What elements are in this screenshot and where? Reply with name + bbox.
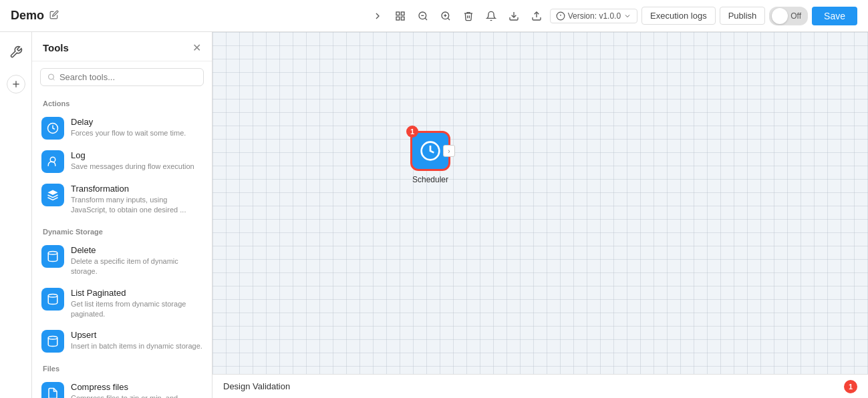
info-icon <box>556 11 565 21</box>
tool-list-paginated[interactable]: List Paginated Get list items from dynam… <box>32 282 212 325</box>
toggle-knob <box>772 8 788 24</box>
tool-list-paginated-info: List Paginated Get list items from dynam… <box>71 288 202 320</box>
grid-btn[interactable] <box>391 8 410 24</box>
svg-rect-0 <box>396 12 400 15</box>
svg-line-6 <box>425 18 427 20</box>
tool-compress-files[interactable]: Compress files Compress files to zip or … <box>32 377 212 398</box>
tool-log-name: Log <box>71 150 202 160</box>
section-actions-label: Actions <box>32 93 212 112</box>
tool-upsert[interactable]: Upsert Insert in batch items in dynamic … <box>32 325 212 358</box>
search-box <box>40 68 204 86</box>
tool-transformation-name: Transformation <box>71 184 202 194</box>
tools-panel-header: Tools ✕ <box>32 32 212 61</box>
tool-delay-desc: Forces your flow to wait some time. <box>71 128 202 138</box>
edit-title-icon[interactable] <box>49 10 59 21</box>
topbar: Demo Version: v1.0.0 <box>0 0 868 32</box>
tool-upsert-info: Upsert Insert in batch items in dynamic … <box>71 330 202 351</box>
section-storage-label: Dynamic Storage <box>32 221 212 240</box>
tool-delay[interactable]: Delay Forces your flow to wait some time… <box>32 112 212 145</box>
version-dropdown[interactable]: Version: v1.0.0 <box>550 9 637 23</box>
toolbar: Version: v1.0.0 Execution logs Publish O… <box>368 7 857 25</box>
bottom-bar: Design Validation 1 <box>212 374 868 398</box>
tool-delete-icon-wrap <box>41 245 64 268</box>
toggle-switch[interactable]: Off <box>769 7 808 25</box>
node-box[interactable]: › <box>410 131 450 171</box>
delete-storage-icon <box>47 250 59 262</box>
svg-rect-1 <box>401 12 404 15</box>
tool-delete-name: Delete <box>71 245 202 255</box>
svg-line-10 <box>448 18 450 20</box>
tool-compress-name: Compress files <box>71 382 202 392</box>
tool-list-paginated-name: List Paginated <box>71 288 202 298</box>
tool-delay-icon-wrap <box>41 117 64 140</box>
flow-corner-btn[interactable] <box>368 8 387 24</box>
upsert-icon <box>47 335 59 347</box>
bell-btn[interactable] <box>482 8 500 24</box>
tool-compress-info: Compress files Compress files to zip or … <box>71 382 202 398</box>
svg-point-23 <box>48 294 57 297</box>
transformation-icon <box>47 189 59 201</box>
tool-upsert-name: Upsert <box>71 330 202 340</box>
tool-upsert-desc: Insert in batch items in dynamic storage… <box>71 341 202 351</box>
clock-icon <box>47 122 59 134</box>
tool-transformation-info: Transformation Transform many inputs, us… <box>71 184 202 216</box>
search-icon <box>47 73 55 81</box>
execution-logs-button[interactable]: Execution logs <box>641 7 716 25</box>
tool-delay-info: Delay Forces your flow to wait some time… <box>71 117 202 138</box>
tool-log-info: Log Save messages during flow execution <box>71 150 202 172</box>
zoom-in-btn[interactable] <box>436 8 455 24</box>
list-paginated-icon <box>47 293 59 305</box>
scheduler-node[interactable]: 1 › Scheduler <box>410 131 450 184</box>
tool-upsert-icon-wrap <box>41 330 64 353</box>
tools-panel: Tools ✕ Actions Delay Forces your flow t… <box>32 32 212 398</box>
validation-error-badge: 1 <box>844 380 857 393</box>
main-layout: Tools ✕ Actions Delay Forces your flow t… <box>0 32 868 398</box>
upload-btn[interactable] <box>527 8 546 24</box>
sidebar-tools-btn[interactable] <box>4 40 28 64</box>
tool-transformation-desc: Transform many inputs, using JavaScript,… <box>71 195 202 216</box>
download-btn[interactable] <box>504 8 523 24</box>
tool-transformation-icon-wrap <box>41 184 64 206</box>
chevron-down-icon <box>623 12 631 20</box>
tool-compress-desc: Compress files to zip or min, and ... <box>71 393 202 398</box>
tools-panel-title: Tools <box>43 42 69 53</box>
svg-rect-3 <box>401 17 404 20</box>
tool-log-icon-wrap <box>41 150 64 173</box>
tool-list-paginated-icon-wrap <box>41 288 64 311</box>
tool-delete-desc: Delete a specific item of dynamic storag… <box>71 256 202 277</box>
version-label: Version: v1.0.0 <box>568 11 621 21</box>
save-button[interactable]: Save <box>812 7 857 25</box>
tool-delay-name: Delay <box>71 117 202 127</box>
tool-compress-icon-wrap <box>41 382 64 398</box>
tool-delete[interactable]: Delete Delete a specific item of dynamic… <box>32 240 212 282</box>
log-icon <box>47 156 59 168</box>
tool-log-desc: Save messages during flow execution <box>71 162 202 172</box>
scheduler-clock-icon <box>420 140 441 162</box>
zoom-out-btn[interactable] <box>414 8 432 24</box>
search-input[interactable] <box>59 72 196 82</box>
tool-transformation[interactable]: Transformation Transform many inputs, us… <box>32 178 212 221</box>
sidebar-add-btn[interactable] <box>7 75 25 93</box>
svg-point-24 <box>48 337 57 340</box>
publish-button[interactable]: Publish <box>720 7 766 25</box>
design-validation-label: Design Validation <box>223 381 839 391</box>
node-label: Scheduler <box>412 175 448 184</box>
svg-point-22 <box>48 251 57 254</box>
delete-btn[interactable] <box>459 8 478 24</box>
toggle-label: Off <box>788 11 807 21</box>
tool-delete-info: Delete Delete a specific item of dynamic… <box>71 245 202 277</box>
svg-rect-2 <box>396 17 400 20</box>
app-title: Demo <box>11 9 44 23</box>
tool-log[interactable]: Log Save messages during flow execution <box>32 145 212 178</box>
tools-list: Actions Delay Forces your flow to wait s… <box>32 93 212 398</box>
node-error-badge: 1 <box>406 126 418 138</box>
canvas[interactable]: 1 › Scheduler Design Validation 1 <box>212 32 868 398</box>
tool-list-paginated-desc: Get list items from dynamic storage pagi… <box>71 299 202 320</box>
compress-icon <box>47 387 59 398</box>
app-title-area: Demo <box>11 9 59 23</box>
svg-line-19 <box>53 79 54 80</box>
svg-point-18 <box>48 74 53 79</box>
section-files-label: Files <box>32 358 212 377</box>
node-output-connector[interactable]: › <box>443 145 455 157</box>
tools-panel-close-btn[interactable]: ✕ <box>192 41 201 54</box>
